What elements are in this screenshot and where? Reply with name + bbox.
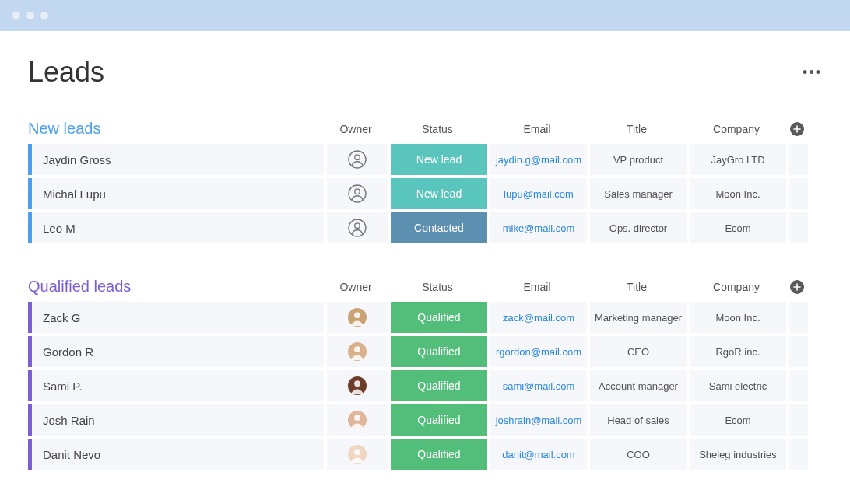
- table-row[interactable]: Sami P.Qualifiedsami@mail.comAccount man…: [28, 370, 822, 401]
- group-title[interactable]: New leads: [28, 120, 324, 138]
- row-trailing-cell: [789, 302, 808, 333]
- table-row[interactable]: Danit NevoQualifieddanit@mail.comCOOShel…: [28, 439, 822, 470]
- company-cell[interactable]: Sheleg industries: [690, 439, 786, 470]
- lead-name-cell[interactable]: Sami P.: [32, 370, 324, 401]
- row-trailing-cell: [789, 336, 808, 367]
- email-cell[interactable]: joshrain@mail.com: [490, 404, 587, 436]
- person-placeholder-icon: [348, 150, 367, 169]
- add-column-button[interactable]: [790, 122, 804, 136]
- add-column-cell: [786, 122, 808, 136]
- owner-cell[interactable]: [327, 178, 388, 209]
- page-header: Leads •••: [28, 56, 822, 89]
- owner-cell[interactable]: [327, 212, 388, 243]
- company-cell[interactable]: Moon Inc.: [690, 302, 786, 333]
- column-header-status[interactable]: Status: [388, 123, 487, 135]
- add-column-cell: [786, 280, 808, 294]
- email-cell[interactable]: zack@mail.com: [490, 302, 587, 333]
- owner-cell[interactable]: [327, 404, 388, 436]
- svg-point-15: [354, 449, 360, 455]
- status-cell[interactable]: Qualified: [391, 404, 487, 436]
- job-title-cell[interactable]: Account manager: [590, 370, 687, 401]
- add-column-button[interactable]: [790, 280, 804, 294]
- lead-name-cell[interactable]: Josh Rain: [32, 404, 324, 436]
- owner-cell[interactable]: [327, 144, 388, 175]
- plus-icon: [793, 283, 801, 291]
- more-menu-icon[interactable]: •••: [803, 65, 822, 81]
- job-title-cell[interactable]: Ops. director: [590, 212, 687, 243]
- group-new_leads: New leadsOwnerStatusEmailTitleCompanyJay…: [28, 120, 822, 243]
- lead-name-cell[interactable]: Zack G: [32, 302, 324, 333]
- owner-cell[interactable]: [327, 439, 388, 470]
- svg-point-7: [354, 312, 360, 318]
- person-placeholder-icon: [348, 184, 367, 203]
- svg-point-9: [354, 346, 360, 352]
- table-row[interactable]: Leo MContactedmike@mail.comOps. director…: [28, 212, 822, 243]
- status-cell[interactable]: Qualified: [391, 336, 487, 367]
- column-header-owner[interactable]: Owner: [324, 123, 388, 135]
- column-header-company[interactable]: Company: [687, 123, 786, 135]
- window-dot: [26, 12, 34, 19]
- email-cell[interactable]: rgordon@mail.com: [490, 336, 587, 367]
- owner-cell[interactable]: [327, 370, 388, 401]
- column-header-title[interactable]: Title: [587, 123, 687, 135]
- avatar: [348, 445, 367, 464]
- person-placeholder-icon: [348, 219, 367, 237]
- column-header-email[interactable]: Email: [487, 281, 587, 293]
- table-row[interactable]: Michal LupuNew leadlupu@mail.comSales ma…: [28, 178, 822, 209]
- company-cell[interactable]: JayGro LTD: [690, 144, 786, 175]
- status-cell[interactable]: Qualified: [391, 302, 487, 333]
- email-cell[interactable]: mike@mail.com: [490, 212, 587, 243]
- email-cell[interactable]: lupu@mail.com: [490, 178, 587, 209]
- lead-name-cell[interactable]: Jaydin Gross: [32, 144, 324, 175]
- lead-name-cell[interactable]: Gordon R: [32, 336, 324, 367]
- row-trailing-cell: [789, 178, 808, 209]
- job-title-cell[interactable]: Sales manager: [590, 178, 687, 209]
- svg-point-3: [355, 189, 360, 194]
- status-cell[interactable]: New lead: [391, 144, 487, 175]
- email-cell[interactable]: sami@mail.com: [490, 370, 587, 401]
- job-title-cell[interactable]: Head of sales: [590, 404, 687, 436]
- job-title-cell[interactable]: Marketing manager: [590, 302, 687, 333]
- page-content: Leads ••• New leadsOwnerStatusEmailTitle…: [0, 31, 850, 470]
- row-trailing-cell: [789, 404, 808, 436]
- column-header-company[interactable]: Company: [687, 281, 786, 293]
- job-title-cell[interactable]: COO: [590, 439, 687, 470]
- lead-name-cell[interactable]: Danit Nevo: [32, 439, 324, 470]
- column-header-status[interactable]: Status: [388, 281, 487, 293]
- column-header-owner[interactable]: Owner: [324, 281, 388, 293]
- page-title: Leads: [28, 56, 104, 89]
- email-cell[interactable]: jaydin.g@mail.com: [490, 144, 587, 175]
- status-cell[interactable]: New lead: [391, 178, 487, 209]
- table-row[interactable]: Josh RainQualifiedjoshrain@mail.comHead …: [28, 404, 822, 436]
- avatar: [348, 376, 367, 395]
- company-cell[interactable]: Ecom: [690, 404, 786, 436]
- svg-point-13: [354, 415, 360, 421]
- lead-name-cell[interactable]: Michal Lupu: [32, 178, 324, 209]
- email-cell[interactable]: danit@mail.com: [490, 439, 587, 470]
- column-header-title[interactable]: Title: [587, 281, 687, 293]
- company-cell[interactable]: RgoR inc.: [690, 336, 786, 367]
- job-title-cell[interactable]: CEO: [590, 336, 687, 367]
- job-title-cell[interactable]: VP product: [590, 144, 687, 175]
- group-title[interactable]: Qualified leads: [28, 278, 324, 296]
- owner-cell[interactable]: [327, 336, 388, 367]
- column-header-email[interactable]: Email: [487, 123, 587, 135]
- status-cell[interactable]: Qualified: [391, 439, 487, 470]
- company-cell[interactable]: Sami electric: [690, 370, 786, 401]
- status-cell[interactable]: Contacted: [391, 212, 487, 243]
- avatar: [348, 308, 367, 327]
- lead-name-cell[interactable]: Leo M: [32, 212, 324, 243]
- table-row[interactable]: Gordon RQualifiedrgordon@mail.comCEORgoR…: [28, 336, 822, 367]
- svg-point-11: [354, 380, 360, 387]
- table-row[interactable]: Zack GQualifiedzack@mail.comMarketing ma…: [28, 302, 822, 333]
- group-header: Qualified leadsOwnerStatusEmailTitleComp…: [28, 278, 822, 296]
- company-cell[interactable]: Moon Inc.: [690, 178, 786, 209]
- owner-cell[interactable]: [327, 302, 388, 333]
- row-trailing-cell: [789, 212, 808, 243]
- table-row[interactable]: Jaydin GrossNew leadjaydin.g@mail.comVP …: [28, 144, 822, 175]
- svg-point-5: [355, 223, 360, 229]
- avatar: [348, 342, 367, 361]
- status-cell[interactable]: Qualified: [391, 370, 487, 401]
- company-cell[interactable]: Ecom: [690, 212, 786, 243]
- plus-icon: [793, 125, 801, 133]
